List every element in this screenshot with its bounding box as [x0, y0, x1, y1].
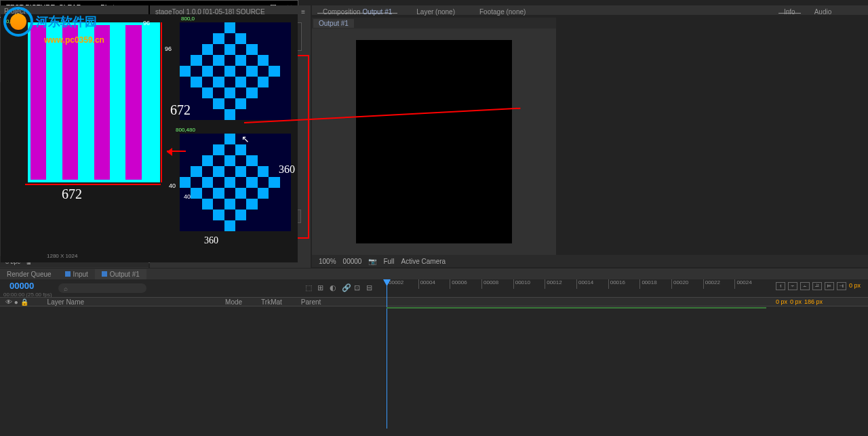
audio-tab[interactable]: Audio	[809, 7, 837, 14]
ruler-tick[interactable]: 00008	[481, 279, 513, 289]
dim-height-big: 672	[170, 102, 191, 118]
align-icon[interactable]: ⫡	[812, 282, 822, 290]
ruler-tick[interactable]: 00022	[703, 279, 735, 289]
col-mode: Mode	[225, 298, 242, 306]
ruler-tick[interactable]: 00014	[576, 279, 608, 289]
ruler-tick[interactable]: 00004	[418, 279, 450, 289]
px-value-186[interactable]: 186 px	[804, 298, 823, 311]
align-icon[interactable]: ⫢	[825, 282, 834, 290]
align-icon[interactable]: ⫣	[837, 282, 846, 290]
checker-large	[28, 22, 160, 182]
active-camera[interactable]: Active Camera	[401, 258, 446, 265]
footage-tab[interactable]: Footage (none)	[474, 7, 531, 14]
viewer-toolbar: 100% 00000 📷 Full Active Camera	[312, 255, 868, 267]
dim-40b: 40	[184, 193, 191, 200]
align-icon[interactable]: ⫞	[776, 282, 785, 290]
comp-tab-bar: Output #1	[312, 18, 556, 28]
checker-small-2	[180, 134, 291, 231]
playhead[interactable]	[387, 279, 387, 429]
tab-input[interactable]: Input	[58, 269, 95, 279]
tl-icon[interactable]: ⊟	[366, 283, 374, 292]
ruler-tick[interactable]: 00010	[513, 279, 545, 289]
info-tab[interactable]: Info	[778, 7, 801, 14]
right-panel-header: Info Audio	[773, 5, 868, 15]
panel-menu-icon[interactable]: ≡	[301, 8, 305, 16]
watermark-icon	[3, 7, 33, 37]
bracket-right	[161, 22, 162, 182]
ruler-tick[interactable]: 00002	[387, 279, 418, 289]
camera-icon[interactable]: 📷	[368, 258, 376, 265]
bracket-bottom	[25, 184, 161, 185]
align-panel: ⫞ ⫟ ⫠ ⫡ ⫢ ⫣ 0 px 0 px 0 px 186 px	[773, 279, 868, 313]
watermark: 河东软件园 www.pc0359.cn	[3, 7, 97, 37]
zoom-value[interactable]: 100%	[319, 258, 336, 265]
tl-icon[interactable]: ⊞	[317, 283, 326, 292]
timeline-ruler[interactable]: 0000200004000060000800010000120001400016…	[387, 279, 766, 289]
tl-icon[interactable]: ⊡	[354, 283, 362, 292]
coord-3: 800,480	[176, 127, 195, 133]
watermark-text: 河东软件园	[36, 14, 97, 30]
px-value-0a[interactable]: 0 px	[849, 282, 861, 296]
col-trkmat: TrkMat	[261, 298, 282, 306]
coord-2: 800,0	[181, 16, 195, 22]
projection-text: 1280 X 1024	[47, 253, 77, 259]
px-value-0b[interactable]: 0 px	[776, 298, 787, 311]
ruler-tick[interactable]: 00018	[639, 279, 671, 289]
tab-output[interactable]: Output #1	[95, 269, 146, 279]
ruler-tick[interactable]: 00006	[450, 279, 481, 289]
align-icon[interactable]: ⫠	[800, 282, 810, 290]
watermark-url: www.pc0359.cn	[44, 35, 104, 45]
comp-icon	[102, 271, 107, 277]
tl-icon[interactable]: 🔗	[342, 283, 350, 292]
ruler-tick[interactable]: 00016	[608, 279, 640, 289]
layer-tab[interactable]: Layer (none)	[411, 7, 460, 14]
col-icons: 👁 ● 🔒	[5, 298, 28, 306]
tl-icon[interactable]: ◐	[330, 283, 338, 292]
viewer-canvas	[356, 40, 512, 243]
dim-96a: 96	[143, 20, 150, 26]
composition-viewer[interactable]	[312, 28, 556, 255]
align-icon[interactable]: ⫟	[788, 282, 797, 290]
checker-small-1	[180, 22, 291, 120]
timeline-panel: 00000 00:00:00 (25.00 fps) ⬚⊞ ◐🔗 ⊡⊟ 0000…	[0, 279, 868, 436]
timeline-columns: 👁 ● 🔒 Layer Name Mode TrkMat Parent	[0, 297, 868, 306]
comp-tab-item[interactable]: Output #1	[313, 19, 354, 28]
time-value[interactable]: 00000	[343, 258, 362, 265]
col-layer: Layer Name	[47, 298, 84, 306]
dim-width-big: 672	[62, 186, 82, 202]
timeline-tabs: Render Queue Input Output #1	[0, 269, 868, 279]
ruler-tick[interactable]: 00024	[734, 279, 766, 289]
dim-40a: 40	[169, 182, 176, 189]
timeline-search[interactable]	[58, 283, 146, 293]
dim-360b: 360	[204, 235, 218, 246]
ruler-tick[interactable]: 00020	[671, 279, 703, 289]
comp-icon	[65, 271, 71, 277]
tab-render-queue[interactable]: Render Queue	[0, 269, 58, 279]
tl-icon[interactable]: ⬚	[305, 283, 313, 292]
px-value-0c[interactable]: 0 px	[790, 298, 802, 311]
track-bar[interactable]	[387, 307, 766, 309]
dim-96b: 96	[165, 45, 172, 52]
dim-360a: 360	[279, 163, 295, 176]
timecode[interactable]: 00000	[9, 281, 34, 291]
timeline-icons: ⬚⊞ ◐🔗 ⊡⊟	[305, 283, 374, 292]
quality-select[interactable]: Full	[383, 258, 394, 265]
photos-body[interactable]: 0,0 800,0 800,480 672 672 96 96 360 360 …	[1, 14, 298, 262]
col-parent: Parent	[301, 298, 321, 306]
comp-tab[interactable]: Composition Output #1	[317, 7, 397, 14]
ruler-tick[interactable]: 00012	[545, 279, 576, 289]
